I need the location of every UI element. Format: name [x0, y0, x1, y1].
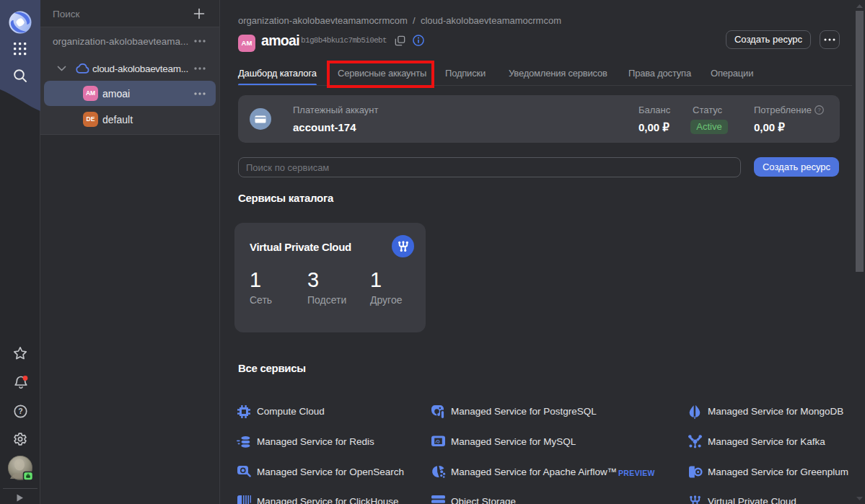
- svg-text:?: ?: [18, 407, 22, 415]
- svg-text:?: ?: [817, 107, 821, 113]
